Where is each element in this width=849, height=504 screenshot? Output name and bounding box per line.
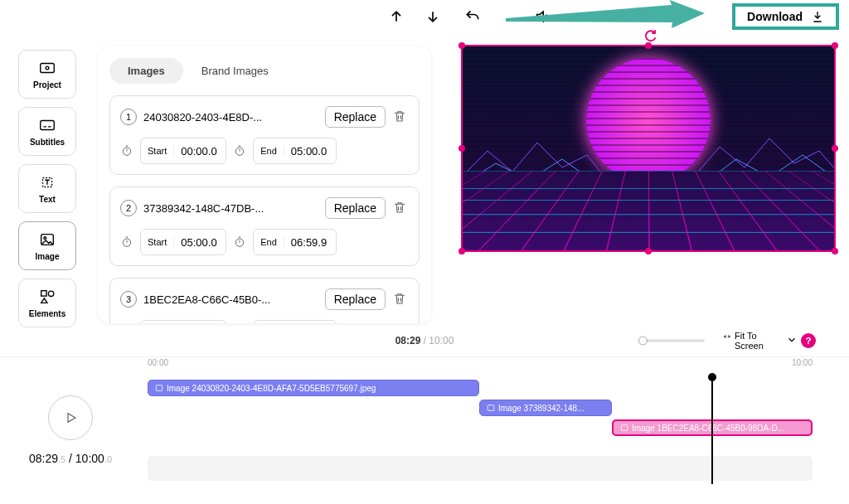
svg-point-2 — [46, 66, 49, 70]
image-icon — [487, 404, 495, 412]
fit-icon — [723, 331, 731, 342]
move-down-icon[interactable] — [423, 7, 443, 27]
trash-icon[interactable] — [392, 109, 409, 125]
end-field[interactable]: End10:00.0 — [253, 320, 337, 323]
time-display: 08:29 / 10:00 — [395, 335, 454, 346]
tab-brand-images[interactable]: Brand Images — [183, 58, 287, 84]
sidebar: Project Subtitles Text Image Elements — [18, 50, 76, 327]
svg-point-6 — [44, 237, 46, 240]
resize-handle[interactable] — [458, 145, 465, 152]
image-icon — [620, 424, 628, 432]
play-button[interactable] — [48, 395, 93, 440]
help-badge[interactable]: ? — [801, 333, 816, 348]
start-field[interactable]: Start00:00.0 — [140, 138, 226, 164]
svg-rect-3 — [41, 121, 55, 130]
resize-handle[interactable] — [645, 248, 652, 254]
sidebar-item-project[interactable]: Project — [18, 50, 76, 99]
resize-handle[interactable] — [458, 42, 465, 49]
resize-handle[interactable] — [645, 42, 652, 49]
stopwatch-icon — [120, 144, 133, 158]
fit-to-screen[interactable]: Fit To Screen — [723, 331, 773, 351]
resize-handle[interactable] — [832, 248, 838, 254]
sidebar-item-label: Image — [36, 252, 60, 261]
slider-thumb[interactable] — [638, 337, 648, 346]
start-field[interactable]: Start05:00.0 — [140, 229, 226, 255]
ruler: 00:00 10:00 — [148, 358, 813, 373]
sidebar-item-label: Elements — [29, 309, 65, 318]
image-card: 3 1BEC2EA8-C66C-45B0-... Replace Start06… — [109, 278, 420, 323]
svg-point-8 — [48, 291, 53, 296]
image-card: 2 37389342-148C-47DB-... Replace Start05… — [109, 187, 420, 266]
svg-rect-16 — [488, 405, 494, 411]
top-bar: Download — [0, 0, 849, 33]
filename: 37389342-148C-47DB-... — [143, 202, 318, 215]
tabs: Images Brand Images — [109, 58, 420, 84]
resize-handle[interactable] — [832, 145, 838, 152]
preview-canvas[interactable] — [461, 45, 836, 252]
download-button[interactable]: Download — [732, 3, 839, 30]
timeline: 00:00 10:00 08:29.5 / 10:00.0 Image 2403… — [0, 356, 849, 504]
move-up-icon[interactable] — [386, 7, 406, 27]
end-field[interactable]: End06:59.9 — [253, 229, 337, 255]
replace-button[interactable]: Replace — [325, 197, 386, 219]
svg-rect-15 — [156, 385, 163, 391]
sidebar-item-text[interactable]: Text — [18, 164, 76, 213]
svg-point-12 — [236, 239, 244, 246]
stopwatch-icon — [233, 235, 246, 249]
play-controls: 08:29.5 / 10:00.0 — [0, 356, 141, 504]
filename: 24030820-2403-4E8D-... — [143, 111, 318, 124]
tracks[interactable]: Image 24030820-2403-4E8D-AFA7-5D5EB57756… — [148, 376, 813, 484]
trash-icon[interactable] — [392, 200, 409, 216]
card-index: 1 — [120, 109, 137, 125]
image-panel: Images Brand Images 1 24030820-2403-4E8D… — [98, 46, 431, 323]
timeline-clip[interactable]: Image 24030820-2403-4E8D-AFA7-5D5EB57756… — [148, 380, 479, 396]
download-icon — [811, 10, 824, 23]
ruler-end: 10:00 — [792, 358, 813, 367]
card-index: 3 — [120, 291, 137, 308]
filename: 1BEC2EA8-C66C-45B0-... — [143, 293, 318, 306]
resize-handle[interactable] — [458, 248, 465, 254]
card-index: 2 — [120, 200, 137, 216]
svg-point-11 — [123, 239, 130, 246]
ruler-start: 00:00 — [148, 358, 168, 367]
timeline-clip[interactable]: Image 37389342-148... — [479, 400, 612, 416]
sidebar-item-subtitles[interactable]: Subtitles — [18, 107, 76, 156]
download-label: Download — [747, 10, 803, 23]
sidebar-item-elements[interactable]: Elements — [18, 279, 76, 327]
undo-icon[interactable] — [463, 7, 483, 27]
sidebar-item-label: Project — [33, 80, 61, 90]
stopwatch-icon — [233, 144, 246, 158]
stopwatch-icon — [120, 235, 133, 249]
sidebar-item-image[interactable]: Image — [18, 221, 76, 270]
resize-handle[interactable] — [832, 42, 838, 49]
trash-icon[interactable] — [392, 291, 409, 308]
end-field[interactable]: End05:00.0 — [253, 138, 337, 164]
svg-rect-1 — [41, 64, 55, 73]
image-icon — [155, 384, 163, 392]
replace-button[interactable]: Replace — [325, 288, 386, 310]
svg-rect-7 — [41, 291, 46, 296]
volume-icon[interactable] — [534, 7, 554, 27]
sidebar-item-label: Subtitles — [30, 138, 65, 147]
svg-rect-17 — [621, 425, 628, 431]
tab-images[interactable]: Images — [109, 58, 183, 84]
replace-button[interactable]: Replace — [325, 106, 386, 128]
zoom-slider[interactable] — [638, 340, 705, 342]
start-field[interactable]: Start06:59.9 — [140, 320, 226, 323]
playback-time: 08:29.5 / 10:00.0 — [29, 452, 112, 465]
playhead[interactable] — [711, 376, 713, 484]
image-card: 1 24030820-2403-4E8D-... Replace Start00… — [109, 95, 420, 175]
chevron-down-icon[interactable] — [786, 334, 798, 348]
time-info-bar: 08:29 / 10:00 Fit To Screen ? — [0, 325, 849, 356]
sidebar-item-label: Text — [39, 195, 56, 204]
